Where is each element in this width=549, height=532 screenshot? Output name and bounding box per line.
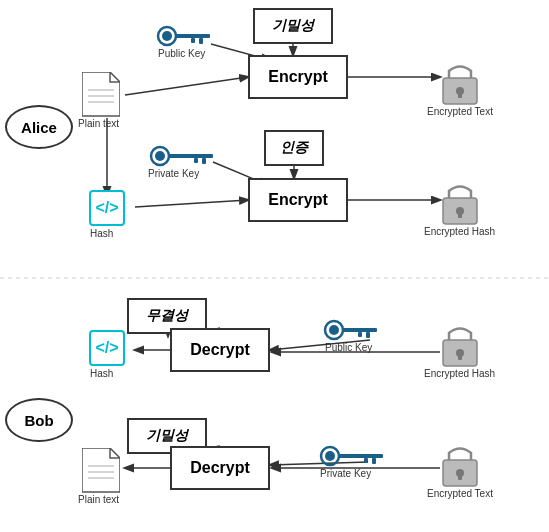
svg-rect-27: [199, 38, 203, 44]
svg-rect-31: [168, 154, 213, 158]
svg-rect-43: [366, 332, 370, 338]
svg-line-6: [135, 200, 248, 207]
hash-label-bottom: Hash: [90, 368, 113, 379]
encrypt-box-1: Encrypt: [248, 55, 348, 99]
svg-rect-26: [175, 34, 210, 38]
diagram: Alice Bob Plain text </> Hash Public Key…: [0, 0, 549, 532]
public-key-label-top: Public Key: [158, 48, 205, 59]
encrypted-text-label-bottom: Encrypted Text: [427, 488, 493, 499]
private-key-label-top: Private Key: [148, 168, 199, 179]
encrypted-text-lock-bottom: [435, 440, 485, 488]
svg-rect-39: [458, 211, 462, 218]
svg-line-1: [125, 77, 248, 95]
private-key-label-bottom: Private Key: [320, 468, 371, 479]
plaintext-doc-top: [82, 72, 120, 118]
svg-rect-54: [338, 454, 383, 458]
decrypt-box-2: Decrypt: [170, 446, 270, 490]
bob-label: Bob: [24, 412, 53, 429]
plaintext-label-bottom: Plain text: [78, 494, 119, 505]
encrypted-hash-lock-top: [435, 178, 485, 226]
svg-marker-20: [82, 72, 120, 116]
plaintext-doc-bottom: [82, 448, 120, 494]
svg-rect-47: [458, 353, 462, 360]
public-key-label-bottom: Public Key: [325, 342, 372, 353]
svg-rect-44: [358, 332, 362, 337]
private-key-icon-top: [148, 142, 218, 170]
bob-ellipse: Bob: [5, 398, 73, 442]
encrypted-hash-lock-bottom: [435, 320, 485, 368]
hash-icon-bottom: </>: [89, 330, 125, 366]
encrypted-text-label-top: Encrypted Text: [427, 106, 493, 117]
svg-rect-42: [342, 328, 377, 332]
public-key-icon-top: [155, 22, 215, 50]
korean-box-auth: 인증: [264, 130, 324, 166]
alice-label: Alice: [21, 119, 57, 136]
svg-marker-48: [82, 448, 120, 492]
decrypt-box-1: Decrypt: [170, 328, 270, 372]
svg-rect-36: [458, 91, 462, 98]
public-key-icon-bottom: [322, 316, 382, 344]
encrypt-box-2: Encrypt: [248, 178, 348, 222]
encrypted-text-lock-top: [435, 58, 485, 106]
svg-rect-56: [364, 458, 368, 463]
alice-ellipse: Alice: [5, 105, 73, 149]
svg-rect-55: [372, 458, 376, 464]
svg-point-41: [329, 325, 339, 335]
svg-rect-32: [202, 158, 206, 164]
svg-rect-33: [194, 158, 198, 163]
korean-box-confidentiality: 기밀성: [253, 8, 333, 44]
plaintext-label-top: Plain text: [78, 118, 119, 129]
private-key-icon-bottom: [318, 442, 388, 470]
svg-point-25: [162, 31, 172, 41]
encrypted-hash-label-bottom: Encrypted Hash: [424, 368, 495, 379]
hash-label-top: Hash: [90, 228, 113, 239]
svg-rect-59: [458, 473, 462, 480]
encrypted-hash-label-top: Encrypted Hash: [424, 226, 495, 237]
svg-point-53: [325, 451, 335, 461]
svg-point-30: [155, 151, 165, 161]
hash-icon-top: </>: [89, 190, 125, 226]
svg-rect-28: [191, 38, 195, 43]
